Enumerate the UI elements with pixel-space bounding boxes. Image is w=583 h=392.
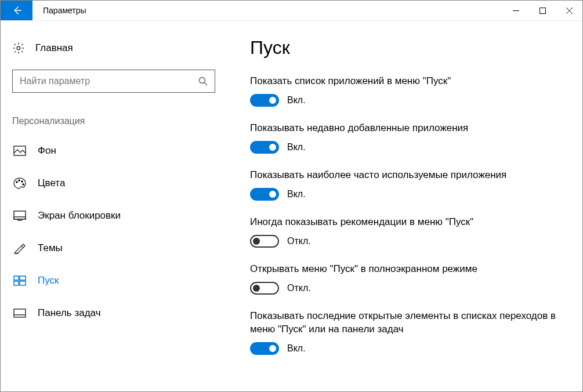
svg-rect-12 bbox=[14, 211, 26, 219]
category-header: Персонализация bbox=[12, 116, 215, 126]
svg-point-5 bbox=[200, 78, 205, 84]
svg-point-4 bbox=[17, 46, 20, 50]
toggle-knob bbox=[269, 97, 276, 104]
toggle-state-text: Вкл. bbox=[287, 142, 306, 153]
svg-rect-19 bbox=[20, 281, 26, 285]
sidebar-item-label: Фон bbox=[38, 145, 56, 157]
toggle-state-text: Откл. bbox=[287, 236, 311, 246]
search-box[interactable] bbox=[12, 70, 215, 93]
svg-point-8 bbox=[16, 182, 18, 183]
setting-item: Иногда показывать рекомендации в меню "П… bbox=[250, 216, 565, 248]
arrow-left-icon bbox=[12, 5, 22, 16]
toggle-knob bbox=[269, 191, 276, 198]
svg-line-6 bbox=[205, 83, 208, 86]
toggle-knob bbox=[253, 238, 260, 245]
toggle-state-text: Вкл. bbox=[287, 343, 306, 354]
toggle-row: Вкл. bbox=[250, 342, 565, 355]
toggle-state-text: Вкл. bbox=[287, 95, 306, 106]
toggle-switch[interactable] bbox=[250, 141, 279, 154]
toggle-knob bbox=[269, 144, 276, 151]
toggle-switch[interactable] bbox=[250, 282, 279, 295]
setting-item: Показывать последние открытые элементы в… bbox=[250, 310, 565, 355]
toggle-row: Вкл. bbox=[250, 141, 565, 154]
close-button[interactable] bbox=[556, 1, 582, 20]
toggle-knob bbox=[269, 345, 276, 352]
sidebar: Главная Персонализация Фон Цвета Экран б… bbox=[1, 21, 227, 391]
taskbar-icon bbox=[13, 307, 26, 319]
toggle-row: Вкл. bbox=[250, 188, 565, 201]
sidebar-item-label: Пуск bbox=[38, 275, 59, 286]
page-heading: Пуск bbox=[250, 37, 565, 59]
toggle-row: Вкл. bbox=[250, 94, 565, 107]
setting-label: Открывать меню "Пуск" в полноэкранном ре… bbox=[250, 263, 565, 276]
lockscreen-icon bbox=[13, 210, 26, 222]
sidebar-item-taskbar[interactable]: Панель задач bbox=[12, 300, 215, 326]
svg-point-11 bbox=[23, 184, 24, 186]
svg-point-9 bbox=[19, 180, 20, 182]
svg-rect-18 bbox=[14, 281, 19, 285]
svg-point-10 bbox=[21, 181, 23, 183]
sidebar-item-label: Панель задач bbox=[38, 307, 101, 319]
content: Главная Персонализация Фон Цвета Экран б… bbox=[1, 21, 582, 391]
start-icon bbox=[13, 275, 26, 286]
titlebar: Параметры bbox=[1, 1, 582, 21]
minimize-icon bbox=[513, 8, 519, 14]
sidebar-item-label: Цвета bbox=[38, 177, 65, 189]
toggle-switch[interactable] bbox=[250, 94, 279, 107]
window-title: Параметры bbox=[32, 1, 502, 20]
toggle-switch[interactable] bbox=[250, 235, 279, 248]
maximize-icon bbox=[539, 8, 546, 14]
sidebar-item-label: Экран блокировки bbox=[38, 210, 121, 222]
svg-rect-16 bbox=[14, 276, 19, 280]
toggle-switch[interactable] bbox=[250, 188, 279, 201]
window-controls bbox=[502, 1, 582, 20]
palette-icon bbox=[13, 177, 26, 189]
toggle-knob bbox=[253, 285, 260, 292]
toggle-state-text: Вкл. bbox=[287, 189, 306, 199]
svg-rect-1 bbox=[539, 8, 545, 13]
setting-label: Иногда показывать рекомендации в меню "П… bbox=[250, 216, 565, 229]
home-link[interactable]: Главная bbox=[12, 38, 215, 59]
sidebar-item-colors[interactable]: Цвета bbox=[12, 170, 215, 196]
toggle-row: Откл. bbox=[250, 282, 565, 295]
setting-label: Показать список приложений в меню "Пуск" bbox=[250, 75, 565, 88]
setting-label: Показывать наиболее часто используемые п… bbox=[250, 169, 565, 182]
toggle-row: Откл. bbox=[250, 235, 565, 248]
maximize-button[interactable] bbox=[529, 1, 556, 20]
search-icon bbox=[198, 77, 208, 86]
setting-label: Показывать последние открытые элементы в… bbox=[250, 310, 565, 336]
svg-rect-20 bbox=[14, 309, 26, 317]
settings-window: Параметры Главная Персонализация Фон bbox=[0, 0, 583, 392]
setting-item: Открывать меню "Пуск" в полноэкранном ре… bbox=[250, 263, 565, 295]
toggle-switch[interactable] bbox=[250, 342, 279, 355]
themes-icon bbox=[13, 242, 26, 254]
main-panel: Пуск Показать список приложений в меню "… bbox=[227, 21, 582, 391]
setting-label: Показывать недавно добавленные приложени… bbox=[250, 122, 565, 135]
back-button[interactable] bbox=[1, 1, 32, 20]
sidebar-item-start[interactable]: Пуск bbox=[12, 268, 215, 293]
svg-rect-17 bbox=[20, 276, 26, 280]
search-input[interactable] bbox=[20, 76, 198, 86]
sidebar-item-label: Темы bbox=[38, 242, 63, 254]
sidebar-item-themes[interactable]: Темы bbox=[12, 235, 215, 261]
setting-item: Показывать наиболее часто используемые п… bbox=[250, 169, 565, 201]
picture-icon bbox=[13, 145, 26, 157]
home-label: Главная bbox=[35, 42, 73, 54]
toggle-state-text: Откл. bbox=[287, 283, 311, 293]
sidebar-item-background[interactable]: Фон bbox=[12, 138, 215, 164]
close-icon bbox=[566, 8, 573, 14]
minimize-button[interactable] bbox=[502, 1, 529, 20]
setting-item: Показывать недавно добавленные приложени… bbox=[250, 122, 565, 154]
sidebar-item-lockscreen[interactable]: Экран блокировки bbox=[12, 203, 215, 228]
gear-icon bbox=[12, 42, 25, 55]
setting-item: Показать список приложений в меню "Пуск"… bbox=[250, 75, 565, 107]
svg-rect-13 bbox=[14, 217, 26, 219]
